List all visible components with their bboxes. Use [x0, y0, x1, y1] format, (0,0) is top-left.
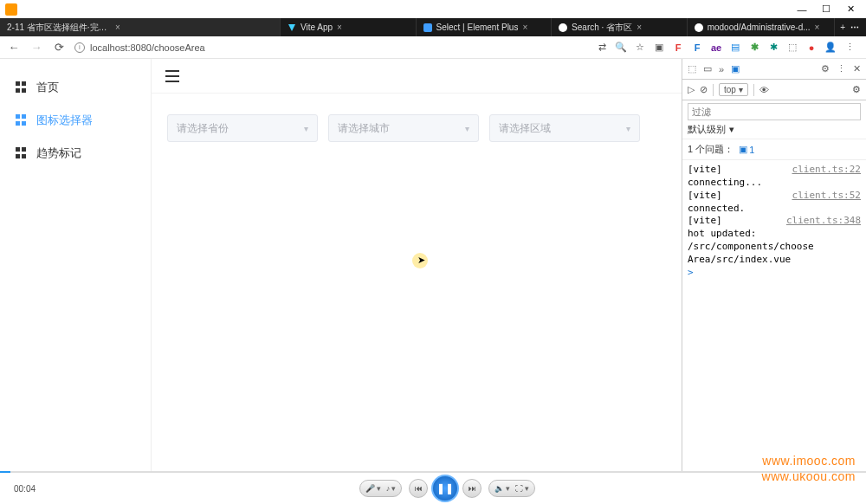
sidebar-item-home[interactable]: 首页: [0, 71, 151, 104]
select-placeholder: 请选择省份: [177, 121, 229, 136]
tab-close-icon[interactable]: ×: [815, 23, 820, 32]
back-button[interactable]: ←: [7, 41, 21, 55]
devtools-controlbar: ▷ ⊘ top▾ 👁 ⚙: [682, 80, 866, 100]
settings-gear-icon[interactable]: ⚙: [821, 63, 830, 74]
clear-icon[interactable]: ⊘: [700, 84, 708, 95]
tab-label: Search · 省市区: [572, 22, 632, 34]
ext-icon[interactable]: ✱: [767, 42, 779, 54]
app-logo-icon: [5, 3, 17, 16]
new-tab-button[interactable]: +: [835, 18, 850, 36]
extension-icons: ⇄ 🔍 ☆ ▣ F F ae ▤ ✱ ✱ ⬚ ● 👤 ⋮: [596, 42, 859, 54]
right-control-pill: 🔈▾ ⛶▾: [488, 480, 535, 497]
devtools-filter-row: [682, 100, 866, 120]
vite-icon: [288, 23, 296, 32]
city-select[interactable]: 请选择城市 ▾: [328, 114, 479, 142]
ext-icon[interactable]: ✱: [748, 42, 760, 54]
province-select[interactable]: 请选择省份 ▾: [167, 114, 318, 142]
tab-close-icon[interactable]: ×: [637, 23, 642, 32]
district-select[interactable]: 请选择区域 ▾: [489, 114, 640, 142]
folder-ext-icon[interactable]: ▣: [653, 42, 665, 54]
profile-icon[interactable]: 👤: [824, 42, 837, 54]
filter-input[interactable]: [688, 103, 861, 120]
message-icon[interactable]: ▣: [731, 63, 740, 74]
sidebar-item-trend[interactable]: 趋势标记: [0, 137, 151, 170]
select-placeholder: 请选择城市: [338, 121, 390, 136]
translate-icon[interactable]: ⇄: [596, 42, 608, 54]
audio-button[interactable]: ♪▾: [386, 484, 397, 493]
chevron-down-icon: ▾: [304, 124, 308, 133]
console-prompt[interactable]: >: [688, 267, 861, 280]
issues-bar[interactable]: 1 个问题： ▣ 1: [682, 139, 866, 160]
content-body: 请选择省份 ▾ 请选择城市 ▾ 请选择区域 ▾: [152, 94, 682, 163]
ext-icon[interactable]: ▤: [729, 42, 741, 54]
browser-tab[interactable]: Vite App ×: [281, 18, 417, 36]
page-main: 首页 图标选择器 趋势标记 请选择省份 ▾ 请选择城市 ▾ 请选择区域: [0, 59, 866, 472]
ext-icon[interactable]: F: [672, 42, 684, 54]
tab-close-icon[interactable]: ×: [115, 23, 120, 32]
devtools-close-icon[interactable]: ✕: [853, 63, 861, 74]
url-text: localhost:8080/chooseArea: [90, 42, 205, 53]
sidebar-item-label: 趋势标记: [36, 145, 81, 161]
ext-icon[interactable]: ⬚: [786, 42, 798, 54]
grid-icon: [16, 81, 28, 94]
browser-tab[interactable]: Search · 省市区 ×: [552, 18, 688, 36]
watermark-text: www.imooc.com: [762, 454, 856, 468]
content-header: [152, 59, 682, 94]
tab-label: modood/Administrative-d...: [708, 23, 811, 32]
element-icon: [423, 23, 432, 32]
ext-icon[interactable]: ●: [805, 42, 818, 54]
prev-button[interactable]: ⏮: [409, 479, 428, 498]
log-level-selector[interactable]: 默认级别▾: [682, 120, 866, 139]
fullscreen-button[interactable]: ⛶▾: [515, 484, 529, 493]
devtools-more-icon[interactable]: ⋮: [837, 63, 846, 74]
play-pause-button[interactable]: ❚❚: [431, 475, 459, 502]
url-field[interactable]: i localhost:8080/chooseArea: [74, 42, 587, 53]
context-selector[interactable]: top▾: [719, 83, 748, 96]
volume-button[interactable]: 🔈▾: [494, 484, 510, 493]
browser-tabstrip: 2-11 省市区选择组件·完善省市区联动组件并给父组件分发事件 × Vite A…: [0, 18, 866, 36]
browser-tab[interactable]: Select | Element Plus ×: [417, 18, 553, 36]
minimize-button[interactable]: —: [790, 2, 814, 17]
ext-icon[interactable]: ae: [710, 42, 722, 54]
eye-icon[interactable]: 👁: [759, 85, 769, 95]
browser-tab[interactable]: modood/Administrative-d... ×: [688, 18, 836, 36]
forward-button[interactable]: →: [29, 41, 43, 55]
reload-button[interactable]: ⟳: [52, 41, 66, 55]
console-output: [vite]client.ts:22 connecting... [vite]c…: [682, 160, 866, 283]
play-icon[interactable]: ▷: [688, 84, 695, 95]
devtools-overflow-icon[interactable]: »: [719, 64, 724, 74]
browser-addressbar: ← → ⟳ i localhost:8080/chooseArea ⇄ 🔍 ☆ …: [0, 36, 866, 59]
app-sidebar: 首页 图标选择器 趋势标记: [0, 59, 152, 472]
tab-close-icon[interactable]: ×: [522, 23, 527, 32]
next-button[interactable]: ⏭: [462, 479, 481, 498]
grid-icon: [16, 147, 28, 159]
device-icon[interactable]: ▭: [703, 63, 712, 74]
close-window-button[interactable]: ✕: [838, 2, 863, 17]
mic-button[interactable]: 🎤▾: [365, 484, 381, 493]
current-time: 00:04: [14, 484, 36, 494]
ext-icon[interactable]: F: [691, 42, 703, 54]
source-link[interactable]: client.ts:348: [786, 215, 861, 228]
tab-close-icon[interactable]: ×: [337, 23, 342, 32]
browser-tab[interactable]: 2-11 省市区选择组件·完善省市区联动组件并给父组件分发事件 ×: [0, 18, 281, 36]
devtools-tabbar: ⬚ ▭ » ▣ ⚙ ⋮ ✕: [682, 59, 866, 80]
collapse-sidebar-button[interactable]: [165, 70, 179, 82]
console-settings-gear-icon[interactable]: ⚙: [852, 84, 861, 95]
tabstrip-overflow-icon[interactable]: ⋯: [850, 23, 859, 32]
search-ext-icon[interactable]: 🔍: [615, 42, 627, 54]
bookmark-star-icon[interactable]: ☆: [634, 42, 646, 54]
source-link[interactable]: client.ts:52: [792, 190, 861, 203]
sidebar-item-icon-picker[interactable]: 图标选择器: [0, 104, 151, 137]
grid-icon: [16, 114, 28, 126]
left-control-pill: 🎤▾ ♪▾: [359, 480, 403, 497]
video-controls: 00:04 🎤▾ ♪▾ ⏮ ❚❚ ⏭ 🔈▾ ⛶▾: [0, 473, 866, 504]
browser-menu-icon[interactable]: ⋮: [843, 42, 856, 54]
devtools-panel: ⬚ ▭ » ▣ ⚙ ⋮ ✕ ▷ ⊘ top▾ 👁 ⚙ 默认级别▾ 1 个问题：: [682, 59, 866, 472]
source-link[interactable]: client.ts:22: [792, 164, 861, 177]
inspect-icon[interactable]: ⬚: [688, 63, 696, 74]
tab-label: Vite App: [301, 23, 333, 32]
site-info-icon[interactable]: i: [74, 42, 85, 53]
github-icon: [559, 23, 567, 32]
maximize-button[interactable]: ☐: [814, 2, 838, 17]
chevron-down-icon: ▾: [465, 124, 469, 133]
